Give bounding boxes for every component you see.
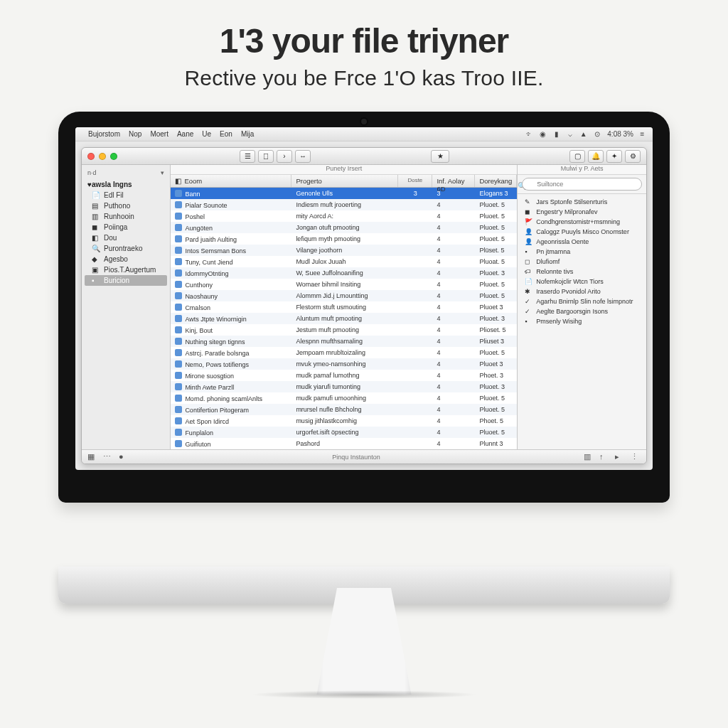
table-row[interactable]: BannGenonle Ulls33Elogans 3 — [171, 188, 517, 199]
related-item[interactable]: ◼Engestr'y Milpronafev — [519, 207, 645, 217]
status-right-icon[interactable]: ▸ — [615, 452, 625, 462]
table-row[interactable]: Tuny, Cunt JiendMudl Julox Juuah4Pluoat.… — [171, 256, 517, 267]
related-item-icon: ✓ — [525, 298, 532, 305]
table-row[interactable]: Poshelmity Aorcd A:4Pluoet. 5 — [171, 210, 517, 222]
related-item-label: Pmsenly Wisihg — [536, 318, 582, 325]
info-button[interactable]: ✦ — [606, 150, 622, 163]
menubar-item[interactable]: Ue — [202, 130, 211, 138]
status-text: Pinqu Instaunton — [134, 454, 578, 461]
status-layout-icon[interactable]: ▥ — [584, 452, 594, 462]
screen: BujorstomNopMoertAaneUeEonMija ᯤ ◉ ▮ ⌵ ▲… — [75, 127, 653, 470]
related-item[interactable]: 📄Nofemkojclir Wtcn Tiors — [519, 277, 645, 287]
menubar-item[interactable]: Moert — [150, 130, 168, 138]
menubar-item[interactable]: Bujorstom — [88, 130, 120, 138]
related-item[interactable]: ▪Pn jtmamna — [519, 247, 645, 257]
related-item-label: Iraserdo Pvonidol Arito — [536, 288, 601, 295]
nav-forward-button[interactable]: › — [277, 150, 292, 163]
table-row[interactable]: Aet Spon Idircdmusig jithlastkcomhig4Pho… — [171, 415, 517, 427]
sidebar-item[interactable]: ▤Puthono — [82, 200, 170, 211]
sidebar: n·d▾ ♥awsla Ingns 📄Edl Fil▤Puthono▥Runho… — [82, 165, 171, 449]
spotlight-icon[interactable]: ⊙ — [592, 129, 601, 139]
sidebar-item[interactable]: ◆Agesbo — [82, 254, 170, 264]
table-row[interactable]: Intos Semsman BonsVilange joothorn4Plüse… — [171, 245, 517, 256]
notifications-button[interactable]: 🔔 — [588, 150, 604, 163]
table-row[interactable]: AungötenJongan otuft pmooting4Pluoet. 5 — [171, 222, 517, 233]
related-item[interactable]: 👤Caloggz Puuyls Misco Onomster — [519, 227, 645, 237]
table-row[interactable]: Mornd. phoning scamlAnltsmudk pamufi umo… — [171, 392, 517, 404]
bluetooth-icon[interactable]: ⌵ — [565, 129, 574, 139]
status-more-icon[interactable]: ⋮ — [631, 452, 641, 462]
sidebar-heading: n·d — [87, 169, 97, 176]
sidebar-item[interactable]: ▪Buricion — [85, 275, 167, 286]
related-item[interactable]: ◻Dlufiomf — [519, 257, 645, 267]
battery-icon[interactable]: ▮ — [552, 129, 561, 139]
table-body[interactable]: BannGenonle Ulls33Elogans 3Pialar Sounot… — [171, 188, 517, 449]
table-row[interactable]: Nemo, Pows totifiengsmvuk ymeo-namsonhin… — [171, 358, 517, 370]
table-row[interactable]: Pialar SounoteIndiesm muft jrooerting4Pl… — [171, 199, 517, 210]
nav-play-button[interactable]: ↔ — [295, 150, 311, 163]
zoom-icon[interactable] — [110, 153, 117, 160]
view-column-button[interactable]: ⎕ — [258, 150, 274, 163]
sidebar-item[interactable]: 🔍Purontraeko — [82, 243, 170, 254]
audio-icon[interactable]: ◉ — [538, 129, 547, 139]
sidebar-item[interactable]: 📄Edl Fil — [82, 190, 170, 200]
table-row[interactable]: Astrcj. Paratle bolsngaJempoam mrubltoiz… — [171, 347, 517, 358]
table-row[interactable]: NaoshaunyAlommm Jid.j Lmountting4Pluoet.… — [171, 290, 517, 301]
status-up-icon[interactable]: ↑ — [599, 452, 609, 462]
table-row[interactable]: GuifiutonPashord4Plunnt 3 — [171, 438, 517, 449]
sidebar-item[interactable]: ▥Runhooin — [82, 211, 170, 222]
related-item[interactable]: ✎Jars Sptonfe Stilsenrturis — [519, 197, 645, 207]
titlebar[interactable]: ☰ ⎕ › ↔ ★ ▢ 🔔 ✦ ⚙ — [82, 148, 646, 165]
menubar[interactable]: BujorstomNopMoertAaneUeEonMija ᯤ ◉ ▮ ⌵ ▲… — [75, 127, 653, 141]
table-row[interactable]: Nuthing sitegn tignnsAlespnn mufthsamali… — [171, 336, 517, 347]
menubar-item[interactable]: Mija — [241, 130, 254, 138]
table-row[interactable]: Contifertion Pitogerammrursel nufle Bhch… — [171, 404, 517, 415]
settings-button[interactable]: ⚙ — [625, 150, 641, 163]
table-row[interactable]: Pard juaith Aultinglefiqum myth pmooting… — [171, 233, 517, 245]
table-row[interactable]: Awts Jtpte WinorniginAluntum muft pmooti… — [171, 313, 517, 324]
file-icon — [175, 213, 182, 220]
sidebar-item-icon: ▤ — [92, 202, 100, 210]
close-icon[interactable] — [87, 153, 95, 160]
table-row[interactable]: CunthonyWomaer bihmil Insiting4Pluoet. 5 — [171, 279, 517, 290]
search-input[interactable] — [522, 178, 642, 191]
table-row[interactable]: CmalsonFlestorm stuft usmouting4Pluoet 3 — [171, 301, 517, 313]
related-item[interactable]: ✱Iraserdo Pvonidol Arito — [519, 287, 645, 296]
sidebar-item[interactable]: ◼Poiinga — [82, 222, 170, 232]
related-item[interactable]: ✓Agarhu Bnirnlp Slin nofe lsimpnotr — [519, 296, 645, 306]
menubar-item[interactable]: Aane — [177, 130, 193, 138]
wifi-icon[interactable]: ᯤ — [525, 129, 534, 139]
table-header[interactable]: ◧Eoom Progerto Doste Inf. Aolay 6D Dorey… — [171, 175, 517, 188]
related-item[interactable]: ✓Aeglte Bargoorsgin Isons — [519, 306, 645, 316]
column-desc[interactable]: Doreykang — [479, 177, 512, 185]
related-item[interactable]: ▪Pmsenly Wisihg — [519, 316, 645, 326]
menubar-item[interactable]: Nop — [129, 130, 141, 138]
share-button[interactable]: ▢ — [569, 150, 585, 163]
file-icon — [175, 417, 182, 424]
right-panel: Mulwi y P. Aets 🔍 ✎Jars Sptonfe Stilsenr… — [517, 165, 646, 449]
column-program[interactable]: Progerto — [296, 177, 321, 185]
column-name[interactable]: Eoom — [184, 177, 202, 185]
minimize-icon[interactable] — [99, 153, 106, 160]
user-icon[interactable]: ▲ — [579, 129, 588, 139]
favorites-button[interactable]: ★ — [431, 150, 449, 163]
sidebar-item[interactable]: ◧Dou — [82, 232, 170, 243]
table-row[interactable]: Minth Awte Parzllmudk yiarufi tumonting4… — [171, 381, 517, 392]
related-item[interactable]: 🚩Condhgrenstomistr+msmning — [519, 217, 645, 227]
status-tag-icon[interactable]: ● — [119, 452, 129, 462]
sidebar-item[interactable]: ▣Pios.T.Augertum — [82, 264, 170, 275]
status-pref-icon[interactable]: ⋯ — [103, 452, 113, 462]
related-item[interactable]: 👤Ageonrissla Oente — [519, 237, 645, 247]
status-add-icon[interactable]: ▦ — [87, 452, 97, 462]
column-mini[interactable]: Doste — [398, 175, 432, 187]
notification-center-icon[interactable]: ≡ — [638, 129, 647, 139]
table-row[interactable]: Mirone suosgtionmudk pamaf lumothng4Phoe… — [171, 370, 517, 381]
related-item-label: Pn jtmamna — [536, 248, 570, 255]
view-list-button[interactable]: ☰ — [240, 150, 255, 163]
table-row[interactable]: Kinj, BoutJestum muft pmooting4Plioset. … — [171, 324, 517, 336]
table-row[interactable]: Funplalonurgorfet.isift öpsecting4Pluoet… — [171, 427, 517, 438]
related-item[interactable]: 🏷Relonnte tivs — [519, 267, 645, 277]
table-row[interactable]: IdommyOtntingW, Suee Juffolnoanifing4Plu… — [171, 267, 517, 279]
menubar-clock[interactable]: 4:08 3% — [607, 130, 633, 138]
menubar-item[interactable]: Eon — [220, 130, 232, 138]
